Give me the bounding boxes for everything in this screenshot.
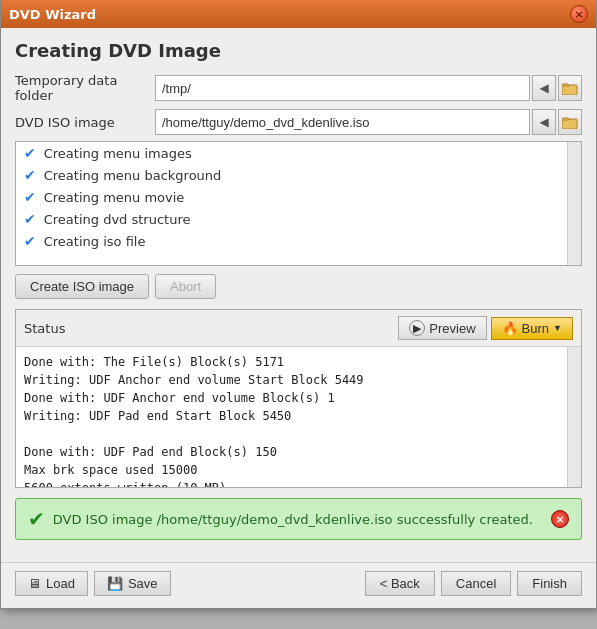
list-item: ✔ Creating menu movie bbox=[16, 186, 567, 208]
check-icon-4: ✔ bbox=[24, 211, 36, 227]
check-icon-2: ✔ bbox=[24, 167, 36, 183]
status-header: Status ▶ Preview 🔥 Burn ▼ bbox=[16, 310, 581, 347]
list-item: ✔ Creating dvd structure bbox=[16, 208, 567, 230]
status-actions: ▶ Preview 🔥 Burn ▼ bbox=[398, 316, 573, 340]
checklist-item-label-2: Creating menu background bbox=[44, 168, 222, 183]
log-line-3: Done with: UDF Anchor end volume Block(s… bbox=[24, 389, 559, 407]
check-icon-5: ✔ bbox=[24, 233, 36, 249]
status-label: Status bbox=[24, 321, 65, 336]
log-line-2: Writing: UDF Anchor end volume Start Blo… bbox=[24, 371, 559, 389]
save-label: Save bbox=[128, 576, 158, 591]
temp-folder-clear-btn[interactable]: ◀ bbox=[532, 75, 556, 101]
temp-folder-row: Temporary data folder ◀ bbox=[15, 73, 582, 103]
iso-image-input[interactable] bbox=[155, 109, 530, 135]
create-iso-button[interactable]: Create ISO image bbox=[15, 274, 149, 299]
log-line-5 bbox=[24, 425, 559, 443]
status-log: Done with: The File(s) Block(s) 5171 Wri… bbox=[16, 347, 581, 487]
status-section: Status ▶ Preview 🔥 Burn ▼ Done with: The… bbox=[15, 309, 582, 488]
checklist-item-label-5: Creating iso file bbox=[44, 234, 146, 249]
abort-button[interactable]: Abort bbox=[155, 274, 216, 299]
iso-image-clear-btn[interactable]: ◀ bbox=[532, 109, 556, 135]
cancel-button[interactable]: Cancel bbox=[441, 571, 511, 596]
temp-folder-input[interactable] bbox=[155, 75, 530, 101]
action-buttons: Create ISO image Abort bbox=[15, 274, 582, 299]
check-icon-1: ✔ bbox=[24, 145, 36, 161]
preview-label: Preview bbox=[429, 321, 475, 336]
play-icon: ▶ bbox=[409, 320, 425, 336]
iso-image-label: DVD ISO image bbox=[15, 115, 155, 130]
load-label: Load bbox=[46, 576, 75, 591]
close-button[interactable]: × bbox=[570, 5, 588, 23]
success-bar: ✔ DVD ISO image /home/ttguy/demo_dvd_kde… bbox=[15, 498, 582, 540]
page-title: Creating DVD Image bbox=[15, 40, 582, 61]
success-message: DVD ISO image /home/ttguy/demo_dvd_kdenl… bbox=[53, 512, 533, 527]
iso-image-browse-btn[interactable] bbox=[558, 109, 582, 135]
checklist-scrollbar[interactable] bbox=[567, 142, 581, 265]
log-line-6: Done with: UDF Pad end Block(s) 150 bbox=[24, 443, 559, 461]
log-line-7: Max brk space used 15000 bbox=[24, 461, 559, 479]
list-item: ✔ Creating menu background bbox=[16, 164, 567, 186]
list-item: ✔ Creating menu images bbox=[16, 142, 567, 164]
iso-image-row: DVD ISO image ◀ bbox=[15, 109, 582, 135]
burn-dropdown-icon: ▼ bbox=[553, 323, 562, 333]
titlebar: DVD Wizard × bbox=[1, 0, 596, 28]
save-icon: 💾 bbox=[107, 576, 123, 591]
checklist-item-label-3: Creating menu movie bbox=[44, 190, 185, 205]
temp-folder-input-group: ◀ bbox=[155, 75, 582, 101]
success-close-button[interactable]: × bbox=[551, 510, 569, 528]
bottom-bar: 🖥 Load 💾 Save < Back Cancel Finish bbox=[1, 562, 596, 608]
window-title: DVD Wizard bbox=[9, 7, 96, 22]
back-button[interactable]: < Back bbox=[365, 571, 435, 596]
burn-label: Burn bbox=[522, 321, 549, 336]
preview-button[interactable]: ▶ Preview bbox=[398, 316, 486, 340]
iso-image-input-group: ◀ bbox=[155, 109, 582, 135]
status-log-scrollbar[interactable] bbox=[567, 347, 581, 487]
fire-icon: 🔥 bbox=[502, 321, 518, 336]
checklist-box: ✔ Creating menu images ✔ Creating menu b… bbox=[15, 141, 582, 266]
burn-button[interactable]: 🔥 Burn ▼ bbox=[491, 317, 573, 340]
checklist-item-label-4: Creating dvd structure bbox=[44, 212, 191, 227]
load-icon: 🖥 bbox=[28, 576, 41, 591]
log-line-1: Done with: The File(s) Block(s) 5171 bbox=[24, 353, 559, 371]
checklist-item-label-1: Creating menu images bbox=[44, 146, 192, 161]
check-icon-3: ✔ bbox=[24, 189, 36, 205]
temp-folder-browse-btn[interactable] bbox=[558, 75, 582, 101]
bottom-right-buttons: < Back Cancel Finish bbox=[365, 571, 582, 596]
load-button[interactable]: 🖥 Load bbox=[15, 571, 88, 596]
checklist-inner: ✔ Creating menu images ✔ Creating menu b… bbox=[16, 142, 581, 252]
log-line-8: 5600 extents written (10 MB) bbox=[24, 479, 559, 487]
bottom-left-buttons: 🖥 Load 💾 Save bbox=[15, 571, 171, 596]
list-item: ✔ Creating iso file bbox=[16, 230, 567, 252]
success-check-icon: ✔ bbox=[28, 507, 45, 531]
folder-icon-2 bbox=[562, 115, 578, 129]
temp-folder-label: Temporary data folder bbox=[15, 73, 155, 103]
folder-icon bbox=[562, 81, 578, 95]
save-button[interactable]: 💾 Save bbox=[94, 571, 171, 596]
main-window: DVD Wizard × Creating DVD Image Temporar… bbox=[0, 0, 597, 609]
finish-button[interactable]: Finish bbox=[517, 571, 582, 596]
main-content: Creating DVD Image Temporary data folder… bbox=[1, 28, 596, 562]
status-log-inner: Done with: The File(s) Block(s) 5171 Wri… bbox=[24, 353, 573, 487]
log-line-4: Writing: UDF Pad end Start Block 5450 bbox=[24, 407, 559, 425]
